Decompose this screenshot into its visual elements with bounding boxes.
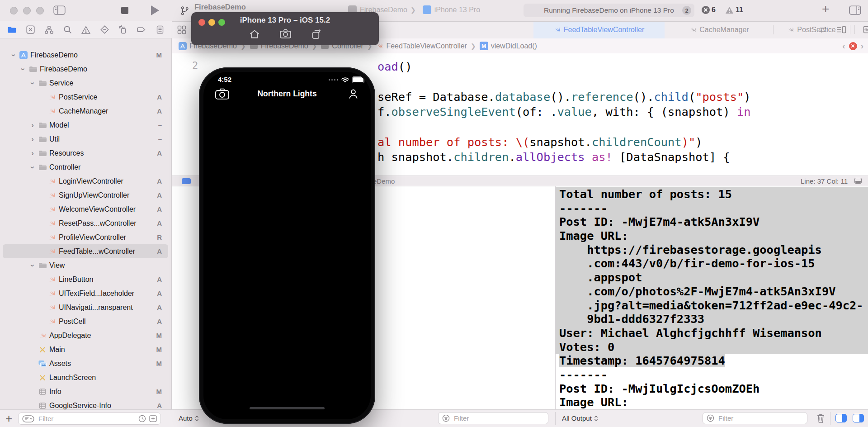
tab-feedtableviewcontroller[interactable]: FeedTableViewController xyxy=(533,21,665,38)
console-line[interactable]: .com/o/photos%2F-MwjE7m4-atk5An3xI9V xyxy=(556,285,868,299)
file-row-main[interactable]: MainM xyxy=(3,342,168,356)
console-line[interactable]: ------- xyxy=(556,201,868,215)
console-line[interactable]: Image URL: xyxy=(556,395,868,409)
disclosure-closed-icon[interactable]: › xyxy=(27,149,38,158)
debug-view-icon[interactable] xyxy=(182,178,191,184)
sim-rotate-icon[interactable] xyxy=(311,29,321,39)
window-close-button[interactable] xyxy=(10,7,18,14)
trash-icon[interactable] xyxy=(816,413,825,423)
auto-variables-selector[interactable]: Auto xyxy=(179,414,199,422)
run-button[interactable] xyxy=(151,5,159,15)
file-row-model[interactable]: ›Model– xyxy=(3,118,168,132)
disclosure-closed-icon[interactable]: › xyxy=(27,135,38,144)
debug-navigator-icon[interactable] xyxy=(118,24,128,35)
file-row-resetpass-wcontroller[interactable]: ResetPass...wControllerA xyxy=(3,216,168,230)
variables-filter-input[interactable] xyxy=(453,414,544,422)
home-indicator[interactable] xyxy=(250,407,325,409)
file-row-feedtable-wcontroller[interactable]: FeedTable...wControllerA xyxy=(3,244,168,258)
profile-icon[interactable] xyxy=(348,88,359,100)
file-row-info[interactable]: InfoM xyxy=(3,384,168,399)
pane-divider[interactable] xyxy=(555,186,556,409)
stop-button[interactable] xyxy=(121,7,128,14)
navigator-filter-field[interactable] xyxy=(18,413,161,425)
console-line[interactable]: ------- xyxy=(556,368,868,382)
source-control-navigator-icon[interactable] xyxy=(25,24,36,35)
tab-appdelegate[interactable]: AppDelegate xyxy=(850,21,868,38)
file-row-linebutton[interactable]: LineButtonA xyxy=(3,272,168,286)
file-row-view[interactable]: ›View xyxy=(3,258,168,272)
file-row-util[interactable]: ›Util– xyxy=(3,132,168,146)
console-line[interactable]: Votes: 0 xyxy=(556,340,868,354)
symbol-navigator-icon[interactable] xyxy=(43,24,54,35)
warning-count[interactable]: 11 xyxy=(725,6,743,14)
disclosure-open-icon[interactable]: › xyxy=(9,50,18,61)
console-filter-input[interactable] xyxy=(717,414,803,422)
file-row-profileviewcontroller[interactable]: ProfileViewControllerR xyxy=(3,230,168,244)
console-line[interactable]: .jpg?alt=media&token=712ff2ad-e9ec-49c2- xyxy=(556,299,868,313)
console-line[interactable]: 9bd1-ddd6327f2333 xyxy=(556,312,868,326)
file-row-postcell[interactable]: PostCellA xyxy=(3,314,168,328)
code-line[interactable]: f.observeSingleEvent(of: .value, with: {… xyxy=(377,104,750,119)
test-navigator-icon[interactable] xyxy=(99,24,110,35)
inspector-toggle-icon[interactable] xyxy=(849,5,861,15)
code-line[interactable]: oad() xyxy=(377,59,412,74)
console-line[interactable]: Post ID: -MwjIulgIcjcsOomZOEh xyxy=(556,382,868,396)
console-line[interactable]: Image URL: xyxy=(556,229,868,243)
file-row-service[interactable]: ›Service xyxy=(3,76,168,90)
console-filter-field[interactable] xyxy=(703,412,807,424)
window-minimize-button[interactable] xyxy=(23,7,31,14)
file-row-firebasedemo[interactable]: ›FirebaseDemoM xyxy=(3,48,168,62)
disclosure-open-icon[interactable]: › xyxy=(28,162,37,173)
file-row-signupviewcontroller[interactable]: SignUpViewControllerA xyxy=(3,188,168,202)
file-row-controller[interactable]: ›Controller xyxy=(3,160,168,174)
breadcrumb-segment[interactable]: FeedTableViewController xyxy=(376,42,467,50)
variables-pane-toggle[interactable] xyxy=(835,414,847,422)
file-row-resources[interactable]: ›ResourcesA xyxy=(3,146,168,160)
inline-error-icon[interactable] xyxy=(849,42,857,50)
project-navigator-icon[interactable] xyxy=(6,24,17,35)
window-zoom-button[interactable] xyxy=(36,7,44,14)
tab-postservice[interactable]: PostService xyxy=(773,21,850,38)
file-row-postservice[interactable]: PostServiceA xyxy=(3,90,168,104)
file-row-firebasedemo[interactable]: ›FirebaseDemo xyxy=(3,62,168,76)
console-output[interactable]: Total number of posts: 15-------Post ID:… xyxy=(556,186,868,409)
breadcrumb-segment[interactable]: MviewDidLoad() xyxy=(480,42,537,50)
file-row-welcomeviewcontroller[interactable]: WelcomeViewControllerA xyxy=(3,202,168,216)
console-line[interactable]: https://firebasestorage.googleapis xyxy=(556,243,868,257)
disclosure-open-icon[interactable]: › xyxy=(28,78,37,89)
sidebar-toggle-icon[interactable] xyxy=(53,5,66,15)
code-line[interactable]: h snapshot.children.allObjects as! [Data… xyxy=(377,150,730,165)
file-row-launchscreen[interactable]: LaunchScreen xyxy=(3,370,168,384)
console-pane-toggle[interactable] xyxy=(853,414,864,422)
minimap-icon[interactable] xyxy=(854,178,862,184)
breakpoint-navigator-icon[interactable] xyxy=(136,24,147,35)
report-navigator-icon[interactable] xyxy=(155,24,165,35)
navigator-filter-input[interactable] xyxy=(38,414,135,423)
file-row-appdelegate[interactable]: AppDelegateM xyxy=(3,328,168,342)
sim-screenshot-icon[interactable] xyxy=(280,29,291,39)
console-line[interactable]: Post ID: -MwjE7m4-atk5An3xI9V xyxy=(556,215,868,229)
sim-home-icon[interactable] xyxy=(249,29,260,39)
editor-grid-icon[interactable] xyxy=(177,25,186,34)
error-count[interactable]: 6 xyxy=(702,6,716,14)
find-navigator-icon[interactable] xyxy=(62,24,73,35)
filter-menu-icon[interactable] xyxy=(22,415,34,422)
console-line[interactable]: .appspot xyxy=(556,270,868,285)
tab-cachemanager[interactable]: CacheManager xyxy=(665,21,773,38)
file-row-cachemanager[interactable]: CacheManagerA xyxy=(3,104,168,118)
file-row-uitextfield-laceholder[interactable]: UITextField...laceholderA xyxy=(3,286,168,300)
disclosure-open-icon[interactable]: › xyxy=(28,260,37,271)
console-line[interactable]: User: Michael Alghcfjgchhff Wisemanson xyxy=(556,326,868,340)
recents-clock-icon[interactable] xyxy=(138,415,146,422)
activity-count-badge[interactable]: 2 xyxy=(682,6,691,15)
scm-status-filter-icon[interactable] xyxy=(149,415,157,422)
code-line[interactable]: seRef = Database.database().reference().… xyxy=(377,90,751,104)
variables-filter-field[interactable] xyxy=(438,412,548,424)
file-row-assets[interactable]: AssetsM xyxy=(3,356,168,370)
console-line[interactable]: Total number of posts: 15 xyxy=(556,187,868,201)
next-issue-icon[interactable]: › xyxy=(861,41,863,51)
file-row-uinavigati-ransparent[interactable]: UINavigati...ransparentA xyxy=(3,300,168,314)
prev-issue-icon[interactable]: ‹ xyxy=(842,41,845,51)
disclosure-closed-icon[interactable]: › xyxy=(27,121,38,130)
toolbar-add-button[interactable]: + xyxy=(822,2,829,16)
